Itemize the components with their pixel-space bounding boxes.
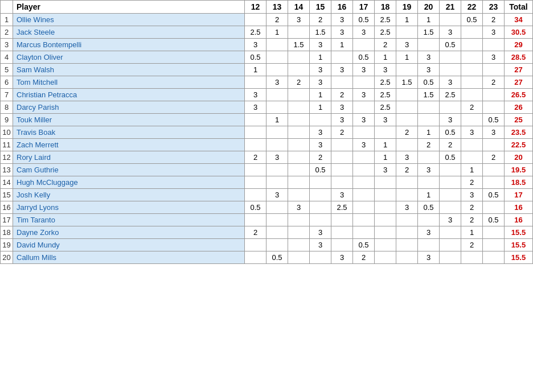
round-14-cell [288,164,310,176]
round-16-cell [331,214,353,226]
round-15-cell: 1 [310,101,331,114]
round-13-cell [266,226,288,239]
round-23-cell [483,64,505,76]
round-17-cell: 3 [353,64,375,76]
round-22-cell [461,26,483,39]
table-row: 18Dayne Zorko233115.5 [1,226,533,239]
round-22-cell [461,76,483,89]
total-cell: 34 [505,14,533,26]
round-17-cell [353,176,375,189]
round-12-cell: 3 [245,39,266,51]
total-cell: 28.5 [505,51,533,64]
round-18-cell [375,126,396,139]
round-17-cell [353,126,375,139]
table-row: 17Tim Taranto320.516 [1,214,533,226]
round-23-cell [483,201,505,214]
table-row: 9Touk Miller133330.525 [1,114,533,126]
round-20-cell: 3 [418,51,440,64]
rank-cell: 16 [1,201,13,214]
total-cell: 30.5 [505,26,533,39]
round-17-cell: 3 [353,26,375,39]
round-23-cell: 2 [483,14,505,26]
round-14-cell [288,176,310,189]
round-21-cell [440,189,461,201]
round-23-cell: 0.5 [483,214,505,226]
round-12-cell: 1 [245,64,266,76]
round-18-cell: 2.5 [375,26,396,39]
round-23-cell: 0.5 [483,114,505,126]
round-22-cell [461,64,483,76]
round-12-cell [245,239,266,251]
round-19-cell [396,64,418,76]
round-20-cell: 1 [418,126,440,139]
round-22-cell [461,251,483,264]
round-21-cell: 2 [440,139,461,151]
round-14-cell [288,89,310,101]
round-20-cell [418,239,440,251]
round-13-cell [266,64,288,76]
rank-cell: 4 [1,51,13,64]
table-row: 20Callum Mills0.532315.5 [1,251,533,264]
round-19-cell [396,226,418,239]
round-19-cell [396,89,418,101]
round-19-cell [396,114,418,126]
round-23-cell [483,101,505,114]
column-header-12: 22 [461,1,483,14]
player-name-cell: Clayton Oliver [13,51,245,64]
round-23-cell: 3 [483,126,505,139]
player-name-cell: Jarryd Lyons [13,201,245,214]
round-18-cell: 2.5 [375,101,396,114]
round-16-cell: 2.5 [331,201,353,214]
round-20-cell: 1 [418,189,440,201]
round-19-cell: 2 [396,164,418,176]
round-20-cell: 0.5 [418,76,440,89]
round-20-cell: 1.5 [418,89,440,101]
round-21-cell [440,176,461,189]
round-20-cell: 3 [418,226,440,239]
round-14-cell: 2 [288,76,310,89]
round-23-cell [483,239,505,251]
round-15-cell: 3 [310,76,331,89]
total-cell: 22.5 [505,139,533,151]
round-15-cell: 3 [310,126,331,139]
round-20-cell: 3 [418,64,440,76]
round-15-cell: 3 [310,239,331,251]
round-13-cell [266,176,288,189]
round-12-cell: 3 [245,101,266,114]
total-cell: 16 [505,201,533,214]
round-15-cell [310,214,331,226]
round-15-cell: 0.5 [310,164,331,176]
round-14-cell [288,226,310,239]
round-12-cell: 0.5 [245,201,266,214]
total-cell: 19.5 [505,164,533,176]
round-22-cell [461,139,483,151]
round-23-cell: 2 [483,151,505,164]
player-name-cell: Rory Laird [13,151,245,164]
round-16-cell: 3 [331,114,353,126]
round-22-cell [461,89,483,101]
player-name-cell: David Mundy [13,239,245,251]
round-19-cell [396,251,418,264]
round-14-cell [288,101,310,114]
round-13-cell: 0.5 [266,251,288,264]
round-20-cell [418,214,440,226]
round-12-cell: 0.5 [245,51,266,64]
round-17-cell [353,214,375,226]
round-16-cell: 3 [331,251,353,264]
round-22-cell [461,151,483,164]
round-21-cell [440,164,461,176]
round-23-cell [483,226,505,239]
round-13-cell [266,239,288,251]
round-23-cell: 3 [483,26,505,39]
round-16-cell: 1 [331,39,353,51]
table-row: 1Ollie Wines23230.52.5110.5234 [1,14,533,26]
round-18-cell [375,226,396,239]
column-header-9: 19 [396,1,418,14]
column-header-5: 15 [310,1,331,14]
total-cell: 23.5 [505,126,533,139]
round-13-cell [266,51,288,64]
round-17-cell: 3 [353,114,375,126]
player-name-cell: Jack Steele [13,26,245,39]
round-22-cell: 2 [461,176,483,189]
rank-cell: 9 [1,114,13,126]
